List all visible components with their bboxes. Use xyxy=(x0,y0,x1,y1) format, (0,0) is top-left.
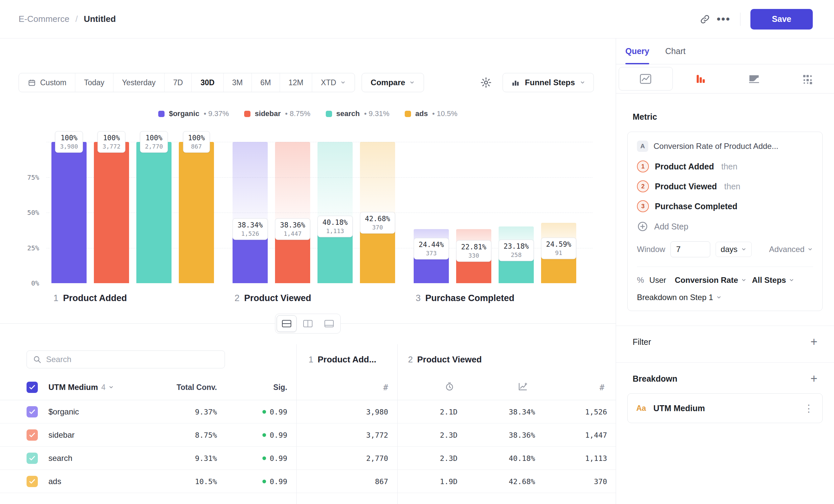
metric-step-3[interactable]: 3Purchase Completed xyxy=(637,200,813,212)
breadcrumb-current[interactable]: Untitled xyxy=(84,14,116,24)
range-custom[interactable]: Custom xyxy=(19,73,75,92)
line-chart-tab[interactable] xyxy=(619,67,673,91)
legend-item-ads[interactable]: ads• 10.5% xyxy=(405,109,458,118)
advanced-dropdown[interactable]: Advanced xyxy=(769,245,813,254)
settings-gear-icon[interactable] xyxy=(477,73,495,92)
add-breakdown-button[interactable]: + xyxy=(810,373,817,385)
metric-step-2[interactable]: 2Product Viewedthen xyxy=(637,180,813,192)
row-checkbox[interactable] xyxy=(26,453,38,464)
bar-count: 373 xyxy=(419,249,444,256)
funnel-bar-sidebar[interactable]: 22.81%330 xyxy=(456,142,491,283)
chart-type-selector[interactable]: Funnel Steps xyxy=(503,73,594,92)
scope-dropdown[interactable]: All Steps xyxy=(752,276,795,285)
bars-row: 24.44%37322.81%33023.18%25824.59%91 xyxy=(414,142,576,283)
bar-value-label: 38.34%1,526 xyxy=(233,218,268,240)
window-value-input[interactable] xyxy=(671,242,710,257)
legend-item-search[interactable]: search• 9.31% xyxy=(326,109,390,118)
step-axis-label: 3Purchase Completed xyxy=(414,293,576,303)
retention-chart-tab[interactable] xyxy=(727,64,781,93)
sig-value: 0.99 xyxy=(221,431,287,439)
metric-step-1[interactable]: 1Product Addedthen xyxy=(637,160,813,173)
tab-chart[interactable]: Chart xyxy=(665,39,685,64)
range-6m[interactable]: 6M xyxy=(251,73,280,92)
row-checkbox[interactable] xyxy=(26,406,38,417)
select-all-checkbox[interactable] xyxy=(26,382,38,393)
table-row-search[interactable]: search9.31%0.992,7702.3D40.18%1,113 xyxy=(0,446,616,470)
breadcrumb-parent[interactable]: E-Commerce xyxy=(19,14,69,24)
funnel-bar-search[interactable]: 40.18%1,113 xyxy=(317,142,353,283)
layout-split-horizontal-button[interactable] xyxy=(277,315,297,332)
breakdown-column-header[interactable]: UTM Medium 4 xyxy=(42,383,114,392)
count-metric-icon[interactable]: # xyxy=(585,383,605,392)
funnel-bar-search[interactable]: 100%2,770 xyxy=(136,142,172,283)
time-to-convert-icon[interactable] xyxy=(444,382,455,393)
table-row-$organic[interactable]: $organic9.37%0.993,9802.1D38.34%1,526 xyxy=(0,400,616,423)
chevron-down-icon xyxy=(579,79,586,86)
funnel-bar-search[interactable]: 23.18%258 xyxy=(499,142,534,283)
range-3m[interactable]: 3M xyxy=(223,73,251,92)
bar-converted-area xyxy=(179,142,214,283)
sig-header[interactable]: Sig. xyxy=(221,383,287,392)
total-conv-header[interactable]: Total Conv. xyxy=(134,383,217,392)
matrix-chart-tab[interactable] xyxy=(781,64,834,93)
add-filter-button[interactable]: + xyxy=(810,336,817,348)
total-conv-value: 8.75% xyxy=(134,431,217,439)
breakdown-property-name: UTM Medium xyxy=(653,404,705,413)
window-unit-dropdown[interactable]: days xyxy=(716,242,752,257)
funnel-step-group: 100%3,980100%3,772100%2,770100%8671Produ… xyxy=(51,142,214,283)
chevron-down-icon xyxy=(789,277,794,283)
legend-item-sidebar[interactable]: sidebar• 8.75% xyxy=(244,109,310,118)
step2-count: 1,526 xyxy=(541,408,607,416)
add-step-button[interactable]: Add Step xyxy=(637,221,813,232)
measure-dropdown[interactable]: Conversion Rate xyxy=(675,276,747,285)
range-xtd[interactable]: XTD xyxy=(312,73,355,92)
bar-value-label: 100%2,770 xyxy=(140,131,168,153)
breakdown-on-step-dropdown[interactable]: Breakdown on Step 1 xyxy=(637,293,813,302)
share-link-icon[interactable] xyxy=(696,10,714,28)
layout-split-vertical-button[interactable] xyxy=(298,315,318,332)
bar-pct: 24.44% xyxy=(419,240,444,248)
measure-entity[interactable]: User xyxy=(649,276,666,285)
legend-pct: • 10.5% xyxy=(432,109,458,118)
step-event-name: Product Viewed xyxy=(655,182,717,191)
compare-button[interactable]: Compare xyxy=(361,73,424,92)
bar-value-label: 40.18%1,113 xyxy=(317,215,353,237)
sig-number: 0.99 xyxy=(270,431,287,439)
count-metric-icon[interactable]: # xyxy=(368,383,388,392)
funnel-bar-ads[interactable]: 24.59%91 xyxy=(541,142,576,283)
time-to-convert: 1.9D xyxy=(408,477,458,485)
row-checkbox[interactable] xyxy=(26,429,38,441)
step-number: 1 xyxy=(53,293,58,303)
row-name: search xyxy=(48,454,72,463)
funnel-bar-ads[interactable]: 100%867 xyxy=(179,142,214,283)
save-button[interactable]: Save xyxy=(750,9,813,29)
range-today[interactable]: Today xyxy=(75,73,113,92)
funnel-bar-ads[interactable]: 42.68%370 xyxy=(360,142,395,283)
property-type-icon: Aa xyxy=(636,404,646,413)
conversion-chart-icon[interactable] xyxy=(518,382,528,393)
row-checkbox[interactable] xyxy=(26,476,38,487)
funnel-bar-$organic[interactable]: 100%3,980 xyxy=(51,142,87,283)
table-row-ads[interactable]: ads10.5%0.998671.9D42.68%370 xyxy=(0,470,616,493)
range-12m[interactable]: 12M xyxy=(280,73,312,92)
search-input[interactable] xyxy=(46,355,219,364)
metric-card-header[interactable]: A Conversion Rate of Product Adde... xyxy=(637,141,813,152)
funnel-bar-sidebar[interactable]: 100%3,772 xyxy=(94,142,129,283)
funnel-bar-$organic[interactable]: 38.34%1,526 xyxy=(233,142,268,283)
kebab-menu-icon[interactable]: ⋮ xyxy=(804,403,814,414)
layout-chart-only-button[interactable] xyxy=(319,315,339,332)
y-axis-tick: 0% xyxy=(0,279,39,287)
table-row-sidebar[interactable]: sidebar8.75%0.993,7722.3D38.36%1,447 xyxy=(0,423,616,446)
breakdown-property-card[interactable]: Aa UTM Medium ⋮ xyxy=(627,393,823,423)
tab-query[interactable]: Query xyxy=(626,39,649,64)
range-30d[interactable]: 30D xyxy=(192,73,223,92)
bar-count: 3,980 xyxy=(60,143,78,150)
funnel-bar-sidebar[interactable]: 38.36%1,447 xyxy=(275,142,310,283)
range-yesterday[interactable]: Yesterday xyxy=(113,73,164,92)
funnel-bar-$organic[interactable]: 24.44%373 xyxy=(414,142,449,283)
legend-item-$organic[interactable]: $organic• 9.37% xyxy=(158,109,229,118)
more-menu-icon[interactable]: ••• xyxy=(714,10,733,28)
funnel-chart-tab[interactable] xyxy=(674,64,727,93)
range-7d[interactable]: 7D xyxy=(164,73,192,92)
search-icon xyxy=(33,355,42,364)
